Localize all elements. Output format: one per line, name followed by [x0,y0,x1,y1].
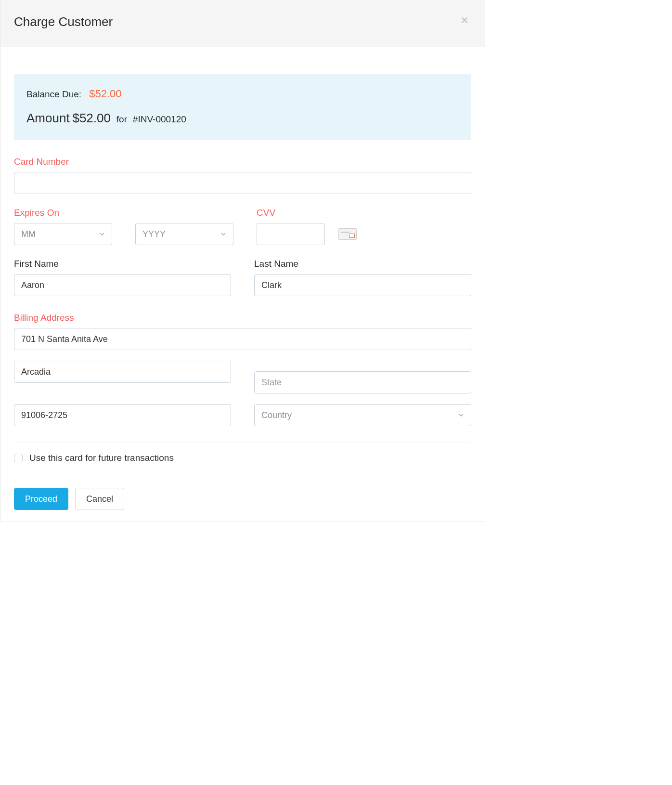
billing-street-input[interactable] [14,328,471,350]
payment-form: Card Number Expires On MM YYYY [14,157,471,478]
amount-line: Amount $52.00 for #INV-000120 [26,111,459,126]
first-name-label: First Name [14,259,231,269]
last-name-input[interactable] [254,274,471,296]
modal-body: Balance Due: $52.00 Amount $52.00 for #I… [0,47,485,478]
separator [14,443,471,443]
card-number-label: Card Number [14,157,471,167]
last-name-label: Last Name [254,259,471,269]
expiry-year-placeholder: YYYY [142,229,166,239]
card-number-input[interactable] [14,172,471,194]
amount-label: Amount [26,111,70,125]
modal-title: Charge Customer [14,14,113,29]
proceed-button[interactable]: Proceed [14,488,68,510]
cvv-input[interactable] [257,223,325,245]
first-name-input[interactable] [14,274,231,296]
balance-due-line: Balance Due: $52.00 [26,88,459,100]
expires-on-label: Expires On [14,208,233,218]
billing-state-input[interactable] [254,371,471,393]
save-card-label: Use this card for future transactions [29,453,174,463]
chevron-down-icon [99,231,105,237]
save-card-row: Use this card for future transactions [14,453,471,478]
balance-due-amount: $52.00 [89,88,121,100]
billing-country-placeholder: Country [261,410,292,420]
modal-header: Charge Customer [0,0,485,47]
invoice-reference: #INV-000120 [133,114,186,124]
close-icon[interactable] [458,14,471,27]
modal-footer: Proceed Cancel [0,478,485,522]
save-card-checkbox[interactable] [14,454,23,462]
expiry-month-placeholder: MM [21,229,36,239]
card-back-icon [338,228,357,240]
billing-country-select[interactable]: Country [254,404,471,426]
expiry-month-select[interactable]: MM [14,223,112,245]
charge-customer-modal: Charge Customer Balance Due: $52.00 Amou… [0,0,485,522]
chevron-down-icon [458,412,464,418]
billing-address-label: Billing Address [14,313,471,323]
cancel-button[interactable]: Cancel [75,488,124,510]
cvv-label: CVV [257,208,471,218]
amount-for-label: for [116,114,127,124]
chevron-down-icon [220,231,226,237]
amount-value: $52.00 [72,111,111,125]
expiry-year-select[interactable]: YYYY [135,223,233,245]
billing-zip-input[interactable] [14,404,231,426]
balance-banner: Balance Due: $52.00 Amount $52.00 for #I… [14,74,471,140]
balance-due-label: Balance Due: [26,89,81,99]
billing-city-input[interactable] [14,361,231,383]
